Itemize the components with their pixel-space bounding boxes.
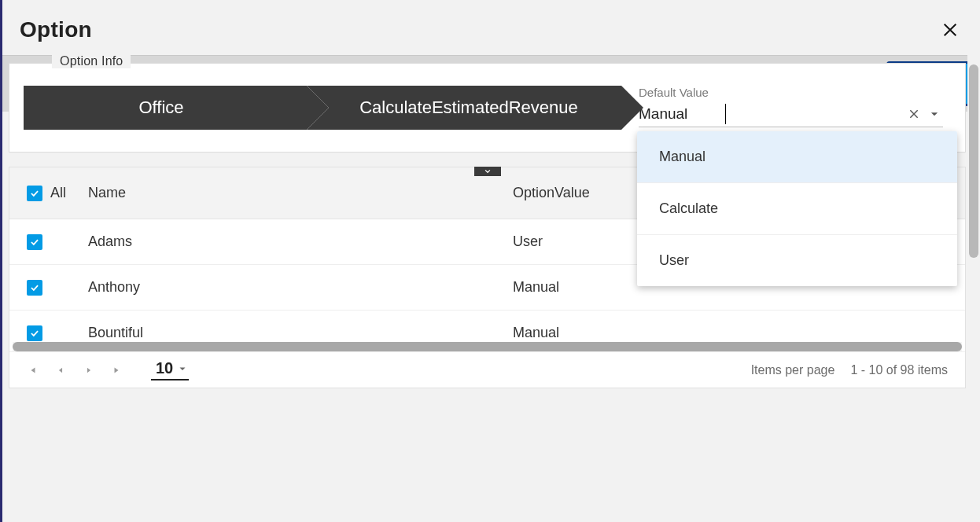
modal-vertical-scrollbar[interactable] (967, 55, 980, 465)
default-value-dropdown: Manual Calculate User (637, 131, 957, 286)
dropdown-toggle[interactable] (926, 105, 943, 123)
chevron-down-icon (483, 167, 492, 175)
breadcrumb-level-1-label: Office (138, 97, 183, 118)
modal-header: Option (2, 0, 980, 55)
text-cursor (725, 104, 726, 124)
row-checkbox[interactable] (27, 280, 42, 296)
dropdown-option-manual[interactable]: Manual (637, 131, 957, 183)
header-all-label: All (50, 185, 66, 201)
check-icon (29, 188, 40, 199)
option-info-row: Office CalculateEstimatedRevenue Default… (24, 86, 951, 130)
clear-button[interactable] (905, 105, 923, 123)
chevron-right-icon (85, 366, 93, 374)
first-page-icon (28, 366, 37, 375)
breadcrumb-level-2-label: CalculateEstimatedRevenue (359, 97, 578, 118)
default-value-label: Default Value (639, 86, 943, 99)
option-info-panel: Option Info Office CalculateEstimatedRev… (9, 63, 966, 153)
breadcrumb: Office CalculateEstimatedRevenue (24, 86, 621, 130)
check-icon (29, 328, 40, 339)
row-name: Anthony (88, 279, 513, 296)
modal-title: Option (20, 17, 92, 42)
modal-body: Option Info Office CalculateEstimatedRev… (2, 55, 980, 522)
grid-horizontal-scroll-thumb[interactable] (13, 342, 962, 351)
chevron-left-icon (57, 366, 64, 374)
items-per-page-label: Items per page (751, 363, 835, 377)
content: Option Info Office CalculateEstimatedRev… (9, 55, 966, 388)
pager-last[interactable] (112, 366, 123, 375)
close-icon (941, 21, 959, 39)
option-info-legend: Option Info (52, 55, 131, 68)
default-value-input[interactable] (639, 105, 725, 123)
grid-horizontal-scrollbar[interactable] (13, 342, 962, 351)
last-page-icon (112, 366, 122, 375)
breadcrumb-level-2[interactable]: CalculateEstimatedRevenue (307, 86, 621, 130)
check-icon (29, 237, 40, 248)
row-option-value: Manual (513, 325, 965, 341)
modal-vertical-scroll-thumb[interactable] (969, 64, 978, 258)
row-name: Adams (88, 233, 513, 250)
default-value-field: Default Value (639, 86, 951, 127)
header-all-cell: All (27, 185, 88, 201)
check-icon (29, 282, 40, 293)
page-size-select[interactable]: 10 (151, 359, 189, 380)
pager-controls: 10 (27, 359, 189, 380)
grid-pager: 10 Items per page 1 - 10 of 98 items (9, 351, 965, 388)
pager-range: 1 - 10 of 98 items (850, 363, 948, 377)
pager-first[interactable] (27, 366, 38, 375)
pager-next[interactable] (83, 366, 94, 374)
row-checkbox[interactable] (27, 325, 42, 341)
default-value-actions (905, 105, 943, 123)
close-icon (908, 108, 920, 120)
breadcrumb-level-1[interactable]: Office (24, 86, 307, 130)
row-name: Bountiful (88, 325, 513, 341)
close-button[interactable] (939, 19, 961, 41)
select-all-checkbox[interactable] (27, 186, 42, 201)
row-checkbox[interactable] (27, 234, 42, 250)
option-modal: Option Option Info Office CalculateEstim… (0, 0, 980, 522)
dropdown-option-user[interactable]: User (637, 235, 957, 286)
page-size-value: 10 (156, 359, 173, 377)
caret-down-icon (178, 364, 187, 373)
pager-prev[interactable] (55, 366, 66, 374)
header-name[interactable]: Name (88, 185, 513, 201)
pager-info: Items per page 1 - 10 of 98 items (751, 363, 948, 377)
dropdown-option-calculate[interactable]: Calculate (637, 183, 957, 235)
default-value-input-wrap[interactable] (639, 101, 943, 127)
grid-expand-tab[interactable] (474, 167, 501, 176)
caret-down-icon (929, 108, 940, 119)
